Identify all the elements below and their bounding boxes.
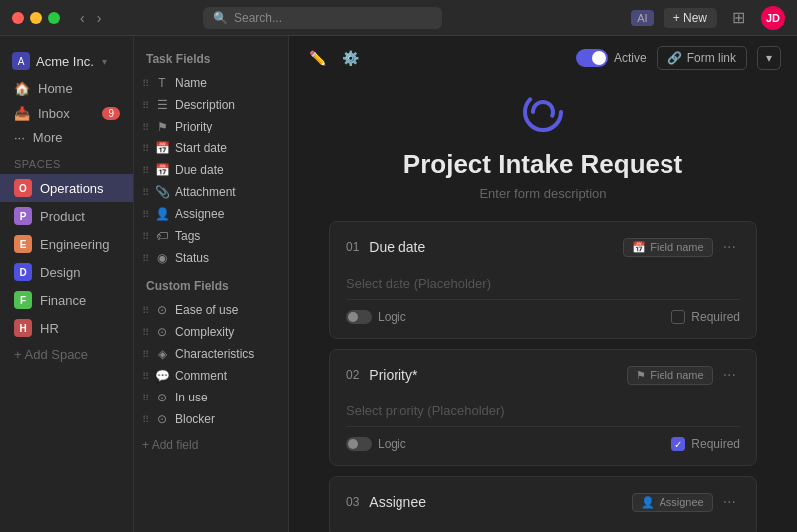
drag-handle-icon: ⠿ (142, 414, 149, 425)
field-name-badge[interactable]: 📅 Field name (623, 238, 712, 257)
maximize-button[interactable] (48, 12, 60, 24)
sidebar-item-finance[interactable]: F Finance (0, 286, 133, 314)
logic-label: Logic (378, 437, 406, 451)
workspace-icon: A (12, 52, 30, 70)
grid-icon[interactable]: ⊞ (727, 6, 751, 30)
field-name-badge[interactable]: ⚑ Field name (627, 366, 712, 385)
field-comment[interactable]: ⠿ 💬 Comment (134, 365, 288, 387)
field-label: In use (175, 391, 208, 404)
form-link-label: Form link (687, 51, 736, 65)
field-label: Ease of use (175, 303, 238, 317)
new-button[interactable]: + New (664, 8, 717, 28)
space-label: HR (40, 321, 59, 336)
drag-handle-icon: ⠿ (142, 143, 149, 154)
home-icon: 🏠 (14, 81, 30, 96)
field-type-icon: 📎 (155, 185, 169, 199)
form-link-button[interactable]: 🔗 Form link (657, 46, 747, 70)
field-type-icon: 👤 (155, 207, 169, 221)
add-space-button[interactable]: + Add Space (0, 342, 133, 367)
forward-button[interactable]: › (93, 8, 106, 28)
chevron-down-icon: ▾ (102, 56, 107, 67)
user-avatar[interactable]: JD (761, 6, 785, 30)
field-complexity[interactable]: ⠿ ⊙ Complexity (134, 321, 288, 343)
required-label: Required (691, 437, 740, 451)
space-label: Operations (40, 181, 104, 196)
sidebar-item-operations[interactable]: O Operations (0, 174, 133, 202)
settings-button[interactable]: ⚙️ (338, 46, 363, 70)
field-number: 01 (346, 240, 359, 254)
sidebar-item-more[interactable]: ··· More (0, 126, 133, 150)
sidebar-item-label: Inbox (38, 106, 70, 121)
sidebar: A Acme Inc. ▾ 🏠 Home 📥 Inbox 9 ··· More … (0, 36, 134, 532)
field-type-icon: 🏷 (155, 229, 169, 243)
space-label: Design (40, 265, 80, 280)
sidebar-item-home[interactable]: 🏠 Home (0, 76, 133, 101)
form-description[interactable]: Enter form description (479, 186, 606, 201)
field-start-date[interactable]: ⠿ 📅 Start date (134, 137, 288, 159)
field-label: Tags (175, 229, 200, 243)
form-spinner-icon (519, 88, 567, 135)
logic-mini-toggle[interactable] (346, 310, 372, 324)
space-dot-hr: H (14, 319, 32, 337)
minimize-button[interactable] (30, 12, 42, 24)
logic-label: Logic (378, 310, 406, 324)
logic-mini-toggle[interactable] (346, 437, 372, 451)
logic-toggle: Logic (346, 310, 406, 324)
field-name-badge[interactable]: 👤 Assignee (632, 493, 712, 512)
field-footer: Logic Required (346, 310, 740, 324)
workspace-header[interactable]: A Acme Inc. ▾ (0, 46, 133, 76)
drag-handle-icon: ⠿ (142, 187, 149, 198)
field-priority[interactable]: ⠿ ⚑ Priority (134, 116, 288, 137)
sidebar-item-engineering[interactable]: E Engineering (0, 230, 133, 258)
field-label: Blocker (175, 412, 215, 426)
sidebar-item-inbox[interactable]: 📥 Inbox 9 (0, 101, 133, 126)
field-type-icon: ⊙ (155, 325, 169, 339)
field-input-placeholder[interactable]: Select date (Placeholder) (346, 268, 740, 300)
sidebar-item-product[interactable]: P Product (0, 202, 133, 230)
field-more-button[interactable]: ··· (719, 491, 740, 513)
drag-handle-icon: ⠿ (142, 253, 149, 264)
field-characteristics[interactable]: ⠿ ◈ Characteristics (134, 343, 288, 365)
field-label: Status (175, 251, 209, 265)
field-status[interactable]: ⠿ ◉ Status (134, 247, 288, 269)
field-in-use[interactable]: ⠿ ⊙ In use (134, 387, 288, 408)
sidebar-item-hr[interactable]: H HR (0, 314, 133, 342)
field-due-date[interactable]: ⠿ 📅 Due date (134, 159, 288, 181)
field-type-icon: ⚑ (155, 120, 169, 133)
badge-icon: 📅 (632, 241, 646, 254)
form-title[interactable]: Project Intake Request (403, 149, 682, 180)
space-label: Finance (40, 293, 86, 308)
field-more-button[interactable]: ··· (719, 236, 740, 258)
drag-handle-icon: ⠿ (142, 78, 149, 89)
more-icon: ··· (14, 131, 25, 145)
field-assignee[interactable]: ⠿ 👤 Assignee (134, 203, 288, 225)
sidebar-item-design[interactable]: D Design (0, 258, 133, 286)
search-bar[interactable]: 🔍 Search... (203, 7, 442, 29)
field-ease-of-use[interactable]: ⠿ ⊙ Ease of use (134, 299, 288, 321)
field-label: Comment (175, 369, 227, 383)
space-dot-design: D (14, 263, 32, 281)
field-label: Name (175, 76, 207, 90)
badge-label: Assignee (659, 496, 703, 508)
field-blocker[interactable]: ⠿ ⊙ Blocker (134, 408, 288, 430)
field-more-button[interactable]: ··· (719, 364, 740, 386)
edit-button[interactable]: ✏️ (305, 46, 330, 70)
chevron-down-button[interactable]: ▾ (757, 46, 781, 70)
field-description[interactable]: ⠿ ☰ Description (134, 94, 288, 116)
required-checkbox[interactable] (671, 310, 685, 324)
active-label: Active (614, 51, 647, 65)
field-type-icon: 💬 (155, 369, 169, 383)
close-button[interactable] (12, 12, 24, 24)
sidebar-item-label: Home (38, 81, 73, 96)
field-label: Start date (175, 141, 227, 155)
field-card-due-date: 01 Due date 📅 Field name ··· Select date… (329, 221, 757, 339)
add-field-button[interactable]: + Add field (134, 434, 288, 456)
field-input-placeholder[interactable]: Select priority (Placeholder) (346, 396, 740, 427)
field-attachment[interactable]: ⠿ 📎 Attachment (134, 181, 288, 203)
back-button[interactable]: ‹ (76, 8, 89, 28)
active-toggle[interactable] (576, 49, 608, 67)
field-type-icon: ⊙ (155, 412, 169, 426)
field-tags[interactable]: ⠿ 🏷 Tags (134, 225, 288, 247)
required-checkbox[interactable] (671, 437, 685, 451)
field-name[interactable]: ⠿ T Name (134, 72, 288, 94)
